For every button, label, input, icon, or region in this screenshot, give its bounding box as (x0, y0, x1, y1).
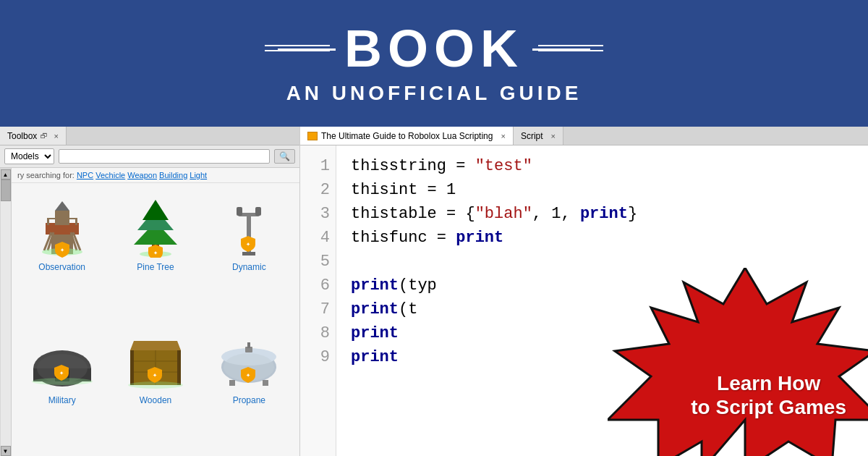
code-content: 1 2 3 4 5 6 7 8 9 thisstring = "test" th… (300, 145, 868, 456)
observation-label: Observation (38, 262, 85, 272)
try-link-npc[interactable]: NPC (77, 171, 93, 180)
military-label: Military (48, 395, 76, 405)
grid-item-military[interactable]: ✦ Military (19, 324, 105, 449)
header-subtitle: AN UNOFFICIAL GUIDE (286, 82, 582, 105)
try-link-building[interactable]: Building (159, 171, 187, 180)
pinetree-label: Pine Tree (137, 262, 174, 272)
item-grid: ✦ Observation (12, 183, 299, 456)
main-area: Toolbox 🗗 × Models 🔍 ▲ ▼ (0, 127, 868, 456)
toolbox-content: Models 🔍 ▲ ▼ ry searching for: (0, 145, 299, 456)
svg-text:✦: ✦ (153, 250, 158, 256)
pin-icon[interactable]: 🗗 (41, 132, 48, 140)
svg-marker-6 (55, 201, 69, 211)
code-line-4: thisfunc = print (351, 226, 854, 250)
code-tab-bar: The Ultimate Guide to Robolox Lua Script… (300, 127, 868, 145)
pinetree-image: ✦ (121, 190, 190, 259)
wooden-svg: ✦ (123, 325, 188, 390)
starburst-overlay: Learn Howto Script Games (564, 253, 868, 456)
toolbox-tab-label: Toolbox (7, 131, 37, 141)
code-tab-script[interactable]: Script × (514, 127, 563, 145)
grid-item-dynamic[interactable]: ✦ Dynamic (206, 190, 292, 316)
propane-svg: ✦ (216, 325, 281, 390)
svg-rect-46 (263, 380, 268, 386)
svg-rect-45 (229, 380, 235, 386)
svg-text:✦: ✦ (246, 242, 250, 247)
code-tab-guide[interactable]: The Ultimate Guide to Robolox Lua Script… (300, 127, 514, 145)
guide-tab-label: The Ultimate Guide to Robolox Lua Script… (321, 131, 493, 141)
military-svg: ✦ (30, 325, 95, 390)
svg-rect-21 (237, 207, 242, 216)
dynamic-label: Dynamic (232, 262, 266, 272)
scroll-up-button[interactable]: ▲ (1, 169, 11, 180)
svg-text:✦: ✦ (153, 373, 157, 378)
search-input[interactable] (59, 149, 270, 164)
scrollbar[interactable]: ▲ ▼ (0, 168, 12, 456)
try-link-weapon[interactable]: Weapon (127, 171, 157, 180)
propane-image: ✦ (215, 324, 284, 392)
svg-rect-36 (130, 350, 134, 385)
propane-label: Propane (233, 395, 265, 405)
close-icon[interactable]: × (54, 132, 58, 140)
svg-marker-16 (142, 200, 169, 220)
dynamic-image: ✦ (215, 190, 284, 259)
grid-item-pinetree[interactable]: ✦ Pine Tree (112, 190, 198, 316)
starburst-svg (608, 268, 868, 456)
try-label: ry searching for: (17, 171, 77, 180)
starburst-text: Learn Howto Script Games (691, 371, 846, 420)
svg-rect-37 (177, 350, 181, 385)
code-panel: The Ultimate Guide to Robolox Lua Script… (300, 127, 868, 456)
observation-svg: ✦ (30, 193, 95, 258)
svg-rect-44 (247, 342, 250, 348)
search-button[interactable]: 🔍 (274, 149, 295, 164)
scroll-track (1, 180, 11, 446)
code-line-1: thisstring = "test" (351, 154, 854, 178)
scroll-thumb[interactable] (1, 180, 11, 201)
search-bar: Models 🔍 (0, 145, 299, 168)
toolbox-tab-bar: Toolbox 🗗 × (0, 127, 299, 145)
military-image: ✦ (27, 324, 96, 392)
svg-rect-5 (55, 211, 69, 225)
wooden-image: ✦ (121, 324, 190, 392)
line-numbers: 1 2 3 4 5 6 7 8 9 (300, 145, 336, 456)
header: BOOK AN UNOFFICIAL GUIDE (0, 0, 868, 127)
toolbox-panel: Toolbox 🗗 × Models 🔍 ▲ ▼ (0, 127, 300, 456)
script-tab-label: Script (521, 131, 543, 141)
models-dropdown[interactable]: Models (4, 148, 54, 164)
guide-tab-close[interactable]: × (501, 132, 505, 140)
try-link-light[interactable]: Light (190, 171, 207, 180)
observation-image: ✦ (27, 190, 96, 259)
code-lines[interactable]: thisstring = "test" thisint = 1 thistabl… (336, 145, 868, 456)
pinetree-svg: ✦ (123, 193, 188, 258)
grid-item-observation[interactable]: ✦ Observation (19, 190, 105, 316)
code-line-2: thisint = 1 (351, 178, 854, 202)
svg-text:✦: ✦ (246, 373, 250, 378)
toolbox-tab[interactable]: Toolbox 🗗 × (0, 127, 67, 145)
grid-item-propane[interactable]: ✦ Propane (206, 324, 292, 449)
grid-item-wooden[interactable]: ✦ Wooden (112, 324, 198, 449)
svg-marker-32 (130, 341, 181, 350)
try-link-vehicle[interactable]: Vechicle (95, 171, 125, 180)
svg-text:✦: ✦ (59, 371, 64, 376)
scroll-down-button[interactable]: ▼ (1, 446, 11, 456)
wooden-label: Wooden (140, 395, 171, 405)
toolbox-scroll-area: ▲ ▼ ry searching for: NPC Vechicle We (0, 168, 299, 456)
dynamic-svg: ✦ (216, 193, 281, 258)
header-title: BOOK (344, 22, 524, 75)
code-line-3: thistable = {"blah", 1, print} (351, 202, 854, 226)
svg-rect-23 (242, 252, 255, 256)
tab-folder-icon (307, 132, 318, 140)
script-tab-close[interactable]: × (551, 132, 556, 140)
svg-marker-48 (608, 268, 868, 456)
svg-rect-22 (255, 207, 261, 216)
svg-text:✦: ✦ (60, 248, 64, 253)
try-searching-bar: ry searching for: NPC Vechicle Weapon Bu… (12, 168, 299, 183)
